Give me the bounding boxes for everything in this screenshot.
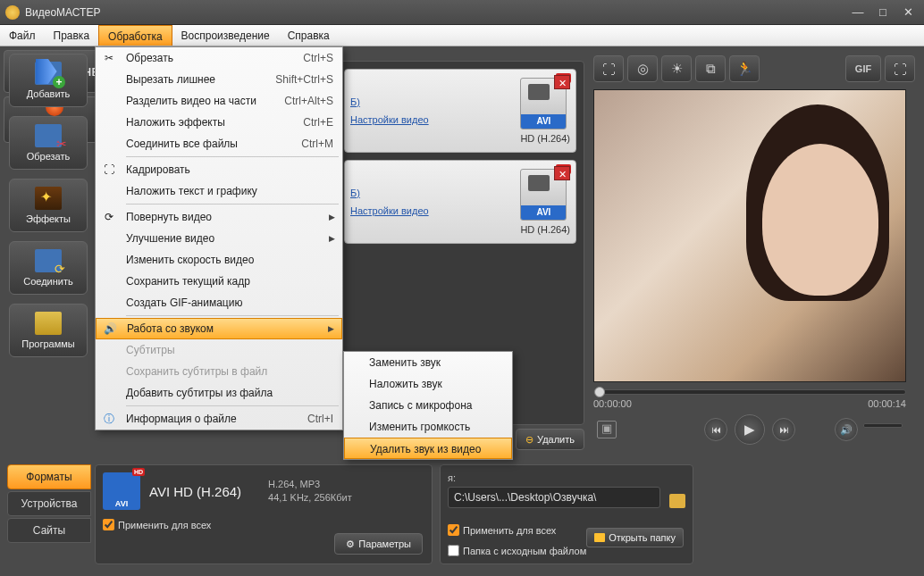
format-spec: 44,1 KHz, 256Кбит: [268, 491, 352, 505]
menu-item-label: Создать GIF-анимацию: [122, 296, 342, 309]
gif-button[interactable]: GIF: [845, 55, 881, 82]
rotate-icon: ⟳: [96, 211, 122, 223]
file-settings-link[interactable]: Настройки видео: [350, 205, 429, 216]
tab-formats[interactable]: Форматы: [7, 464, 91, 489]
folder-icon: [594, 533, 605, 542]
sidebar-join-button[interactable]: Соединить: [9, 241, 88, 295]
tab-sites[interactable]: Сайты: [7, 518, 91, 543]
sidebar-programs-button[interactable]: Программы: [9, 304, 88, 357]
motion-tool-icon[interactable]: 🏃: [729, 55, 760, 82]
menu-edit[interactable]: Правка: [45, 25, 99, 46]
apply-all-checkbox[interactable]: Применить для всех: [103, 519, 424, 530]
cut-icon: ✂: [96, 52, 122, 64]
format-spec: H.264, MP3: [268, 478, 352, 491]
wand-icon: [35, 187, 62, 210]
menu-item[interactable]: Добавить субтитры из файла: [96, 382, 342, 404]
menu-item[interactable]: Вырезать лишнееShift+Ctrl+S: [96, 69, 342, 90]
remove-file-button[interactable]: ✕: [554, 166, 570, 180]
preview-toolbar: ⛶ ◎ ☀ ⧉ 🏃 GIF ⛶: [593, 54, 915, 84]
remove-file-button[interactable]: ✕: [554, 75, 570, 89]
play-button[interactable]: ▶: [735, 414, 765, 445]
menu-item[interactable]: ⟳Повернуть видео▶: [96, 206, 342, 228]
maximize-button[interactable]: □: [872, 4, 894, 21]
file-size-link[interactable]: Б): [350, 96, 429, 107]
file-size-link[interactable]: Б): [350, 188, 429, 198]
programs-icon: [35, 312, 62, 335]
menu-item[interactable]: Наложить эффектыCtrl+E: [96, 112, 342, 133]
menu-item-label: Сохранить субтитры в файл: [122, 365, 342, 378]
fullscreen-icon[interactable]: ⛶: [885, 55, 915, 82]
destination-panel: я: C:\Users\...\Desktop\Озвучка\ Примени…: [440, 464, 693, 564]
brightness-tool-icon[interactable]: ☀: [661, 55, 692, 82]
menu-item[interactable]: 🔊Работа со звуком▶: [96, 318, 342, 339]
submenu-arrow-icon: ▶: [328, 324, 341, 333]
app-logo-icon: [5, 5, 20, 20]
menu-item[interactable]: Улучшение видео▶: [96, 228, 342, 249]
file-item[interactable]: Б) Настройки видео AVI HD (H.264) ✕: [344, 69, 576, 153]
volume-icon[interactable]: 🔊: [835, 418, 858, 441]
seek-handle-icon[interactable]: [594, 387, 605, 397]
codec-label: HD (H.264): [520, 224, 570, 235]
prev-button[interactable]: ⏮: [704, 418, 727, 441]
sound-icon: 🔊: [97, 322, 123, 335]
seek-bar[interactable]: [593, 389, 906, 395]
menu-item[interactable]: Сохранить текущий кадр: [96, 271, 342, 292]
menu-item-label: Улучшение видео: [122, 232, 329, 245]
shortcut-label: Ctrl+M: [301, 138, 342, 150]
player-controls: ▣ ⏮ ▶ ⏭ 🔊: [593, 414, 906, 445]
submenu-item[interactable]: Изменить громкость: [344, 416, 512, 438]
menu-item-label: Наложить эффекты: [122, 116, 303, 129]
left-sidebar: Добавить Обрезать Эффекты Соединить Прог…: [9, 54, 88, 357]
enhance-tool-icon[interactable]: ◎: [627, 55, 658, 82]
sidebar-effects-button[interactable]: Эффекты: [9, 179, 88, 232]
menu-item[interactable]: Наложить текст и графику: [96, 180, 342, 202]
file-item[interactable]: Б) Настройки видео AVI HD (H.264) ✕: [344, 160, 576, 244]
dest-header: я:: [448, 472, 685, 483]
close-button[interactable]: ✕: [897, 4, 919, 21]
open-folder-button[interactable]: Открыть папку: [586, 528, 684, 547]
sidebar-trim-button[interactable]: Обрезать: [9, 116, 88, 170]
menu-file[interactable]: Файл: [0, 25, 45, 46]
minimize-button[interactable]: —: [847, 4, 869, 21]
parameters-button[interactable]: ⚙Параметры: [334, 533, 423, 555]
menu-item[interactable]: ⓘИнформация о файлеCtrl+I: [96, 408, 342, 430]
menu-item[interactable]: ⛶Кадрировать: [96, 159, 342, 180]
sound-submenu: Заменить звукНаложить звукЗапись с микро…: [343, 351, 513, 460]
menu-item-label: Изменить скорость видео: [122, 254, 342, 266]
window-title: ВидеоМАСТЕР: [25, 6, 844, 19]
menu-playback[interactable]: Воспроизведение: [172, 25, 279, 46]
menu-item[interactable]: ✂ОбрезатьCtrl+S: [96, 47, 342, 69]
speed-tool-icon[interactable]: ⧉: [695, 55, 726, 82]
menu-item[interactable]: Изменить скорость видео: [96, 249, 342, 271]
submenu-item[interactable]: Наложить звук: [344, 373, 512, 395]
menu-item-label: Субтитры: [122, 344, 342, 356]
menu-item[interactable]: Создать GIF-анимацию: [96, 292, 342, 313]
tab-devices[interactable]: Устройства: [7, 491, 91, 516]
submenu-item[interactable]: Удалить звук из видео: [344, 438, 512, 459]
volume-slider[interactable]: [863, 423, 903, 428]
menu-bar: Файл Правка Обработка Воспроизведение Сп…: [0, 25, 924, 46]
browse-folder-icon[interactable]: [669, 494, 685, 508]
current-time: 00:00:00: [593, 398, 632, 409]
menu-item-label: Обрезать: [122, 52, 303, 64]
format-name: AVI HD (H.264): [149, 484, 241, 499]
submenu-item[interactable]: Запись с микрофона: [344, 395, 512, 416]
film-join-icon: [35, 249, 62, 272]
menu-item-label: Вырезать лишнее: [122, 73, 275, 86]
menu-item[interactable]: Соединить все файлыCtrl+M: [96, 133, 342, 154]
video-preview[interactable]: [593, 89, 906, 382]
file-settings-link[interactable]: Настройки видео: [350, 114, 429, 125]
shortcut-label: Ctrl+S: [303, 52, 342, 64]
next-button[interactable]: ⏭: [772, 418, 795, 441]
crop-tool-icon[interactable]: ⛶: [593, 55, 624, 82]
menu-item: Субтитры: [96, 339, 342, 361]
gear-icon: ⚙: [346, 538, 355, 550]
menu-processing[interactable]: Обработка: [98, 25, 172, 46]
submenu-item[interactable]: Заменить звук: [344, 352, 512, 373]
output-path-field[interactable]: C:\Users\...\Desktop\Озвучка\: [448, 487, 660, 508]
snapshot-icon[interactable]: ▣: [597, 421, 617, 438]
delete-button[interactable]: ⊖Удалить: [516, 429, 584, 450]
menu-item[interactable]: Разделить видео на частиCtrl+Alt+S: [96, 90, 342, 112]
format-panel: AVI AVI HD (H.264) H.264, MP3 44,1 KHz, …: [95, 464, 433, 564]
menu-help[interactable]: Справка: [279, 25, 339, 46]
